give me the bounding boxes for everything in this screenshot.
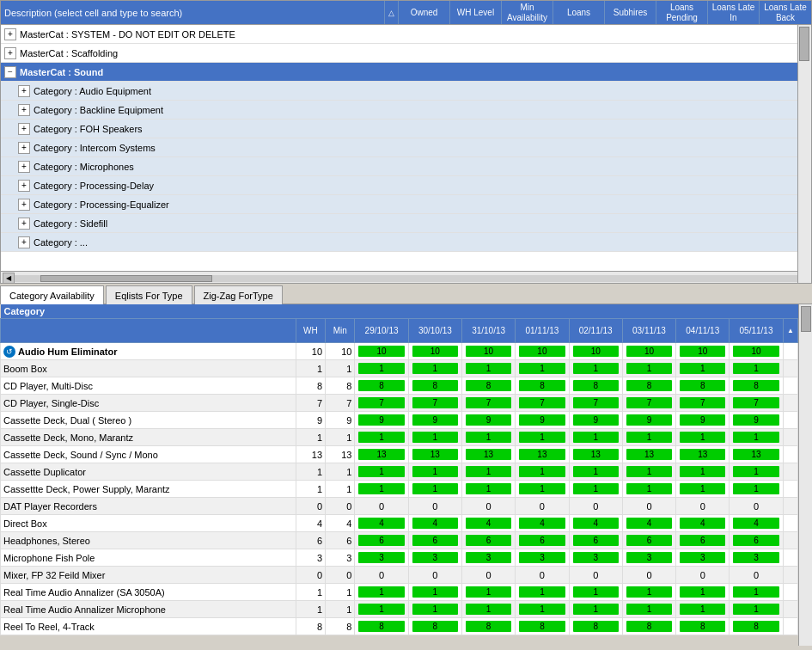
- table-row[interactable]: Mixer, FP 32 Feild Mixer0000000000: [1, 567, 798, 584]
- cell-desc: Boom Box: [1, 360, 296, 377]
- cell-wh: 10: [296, 343, 325, 360]
- table-row[interactable]: DAT Player Recorders0000000000: [1, 498, 798, 515]
- expand-btn[interactable]: +: [18, 199, 30, 211]
- scroll-track[interactable]: [15, 275, 797, 282]
- cell-min: 3: [326, 549, 355, 567]
- table-row[interactable]: CD Player, Multi-Disc8888888888: [1, 377, 798, 395]
- cell-value: 1: [733, 466, 778, 477]
- table-row[interactable]: Cassette Deck, Dual ( Stereo )9999999999: [1, 412, 798, 429]
- cell-date-5: 8: [622, 618, 675, 635]
- cell-value: 1: [412, 432, 458, 443]
- cell-date-0: 1: [355, 463, 408, 481]
- cell-date-1: 1: [408, 584, 461, 601]
- tree-row-cat-sidefill[interactable]: +Category : Sidefill: [1, 214, 811, 233]
- expand-btn[interactable]: +: [4, 47, 16, 59]
- collapse-btn[interactable]: −: [4, 66, 16, 78]
- tree-row-mastercat-system[interactable]: +MasterCat : SYSTEM - DO NOT EDIT OR DEL…: [1, 25, 811, 44]
- vertical-scrollbar[interactable]: [797, 25, 811, 283]
- cell-date-4: 8: [569, 618, 622, 635]
- cell-wh: 0: [296, 498, 325, 515]
- tree-row-cat-foh[interactable]: +Category : FOH Speakers: [1, 120, 811, 138]
- table-row[interactable]: Cassette Deck, Sound / Sync / Mono131313…: [1, 446, 798, 463]
- table-row[interactable]: CD Player, Single-Disc7777777777: [1, 395, 798, 412]
- bottom-table-scroll[interactable]: CategoryWHMin29/10/1330/10/1331/10/1301/…: [0, 304, 798, 646]
- cell-date-0: 7: [355, 395, 408, 412]
- cell-value: 0: [626, 501, 673, 512]
- tree-row-cat-more[interactable]: +Category : ...: [1, 233, 811, 252]
- cell-value: 6: [412, 535, 458, 546]
- cell-value: 9: [573, 414, 619, 426]
- table-row[interactable]: Microphone Fish Pole3333333333: [1, 549, 798, 567]
- cell-value: 1: [412, 363, 458, 374]
- cell-date-0: 6: [355, 532, 408, 549]
- scroll-thumb-vertical[interactable]: [799, 27, 809, 61]
- expand-btn[interactable]: +: [18, 104, 30, 116]
- tab-cat-avail[interactable]: Category Availability: [0, 285, 104, 304]
- cell-value: 1: [626, 432, 672, 443]
- tab-zigzag[interactable]: Zig-Zag ForType: [194, 285, 283, 304]
- cell-value: 1: [466, 466, 511, 477]
- bottom-vertical-scrollbar[interactable]: [798, 304, 812, 646]
- table-row[interactable]: Real Time Audio Annalizer (SA 3050A)1111…: [1, 584, 798, 601]
- table-row[interactable]: Cassette Duplicator1111111111: [1, 463, 798, 481]
- table-row[interactable]: Direct Box4444444444: [1, 515, 798, 532]
- cell-date-7: 1: [730, 463, 783, 481]
- cell-value: 13: [412, 449, 458, 460]
- cell-date-4: 7: [569, 395, 622, 412]
- cell-value: 6: [573, 535, 619, 546]
- table-row[interactable]: Cassettte Deck, Power Supply, Marantz111…: [1, 481, 798, 498]
- cell-date-7: 0: [730, 567, 783, 584]
- table-row[interactable]: Headphones, Stereo6666666666: [1, 532, 798, 549]
- cell-min: 1: [326, 463, 355, 481]
- expand-btn[interactable]: +: [18, 142, 30, 154]
- table-row[interactable]: Reel To Reel, 4-Track8888888888: [1, 618, 798, 635]
- table-row[interactable]: Cassette Deck, Mono, Marantz1111111111: [1, 429, 798, 446]
- loanslatein-header: Loans Late In: [708, 1, 760, 24]
- cell-spacer: [783, 584, 797, 601]
- cell-spacer: [783, 549, 797, 567]
- table-row[interactable]: Boom Box1111111111: [1, 360, 798, 377]
- expand-btn[interactable]: +: [18, 218, 30, 230]
- whlevel-header: WH Level: [450, 1, 502, 24]
- row-status-icon: ↺: [3, 346, 15, 358]
- cell-date-7: 0: [730, 498, 783, 515]
- sort-icon[interactable]: △: [385, 1, 399, 24]
- tree-row-cat-backline[interactable]: +Category : Backline Equipment: [1, 101, 811, 120]
- cell-date-4: 1: [569, 429, 622, 446]
- tree-row-mastercat-sound[interactable]: −MasterCat : Sound: [1, 63, 811, 82]
- cell-date-6: 10: [676, 343, 730, 360]
- tab-eqlists[interactable]: Eqlists For Type: [106, 285, 192, 304]
- scroll-left-arrow[interactable]: ◀: [3, 273, 15, 285]
- tree-row-cat-proc-eq[interactable]: +Category : Processing-Equalizer: [1, 195, 811, 214]
- cell-date-6: 13: [676, 446, 730, 463]
- table-row[interactable]: ↺Audio Hum Eliminator1010101010101010101…: [1, 343, 798, 360]
- col-header-date-0: 29/10/13: [355, 319, 408, 343]
- cell-date-2: 8: [461, 377, 515, 395]
- expand-btn[interactable]: +: [18, 123, 30, 135]
- cell-spacer: [783, 601, 797, 618]
- tree-row-cat-audio[interactable]: +Category : Audio Equipment: [1, 82, 811, 101]
- cell-value: 13: [466, 449, 511, 460]
- horizontal-scrollbar[interactable]: ◀ ▶: [1, 271, 811, 284]
- expand-btn[interactable]: +: [18, 85, 30, 97]
- cell-date-1: 8: [408, 377, 461, 395]
- cell-value: 8: [519, 621, 565, 632]
- tree-row-cat-intercom[interactable]: +Category : Intercom Systems: [1, 138, 811, 157]
- cell-date-6: 7: [676, 395, 730, 412]
- cell-value: 1: [466, 363, 511, 374]
- expand-btn[interactable]: +: [18, 161, 30, 173]
- table-row[interactable]: Real Time Audio Annalizer Microphone1111…: [1, 601, 798, 618]
- expand-btn[interactable]: +: [4, 28, 16, 40]
- tree-row-mastercat-scaffolding[interactable]: +MasterCat : Scaffolding: [1, 44, 811, 63]
- loanspending-header: Loans Pending: [656, 1, 708, 24]
- cell-date-4: 4: [569, 515, 622, 532]
- bottom-scroll-thumb[interactable]: [801, 306, 811, 332]
- tree-row-cat-microphones[interactable]: +Category : Microphones: [1, 157, 811, 176]
- scroll-thumb[interactable]: [40, 275, 212, 282]
- cell-value: 1: [573, 483, 619, 494]
- expand-btn[interactable]: +: [18, 236, 30, 248]
- cell-value: 1: [626, 363, 672, 374]
- expand-btn[interactable]: +: [18, 180, 30, 192]
- cell-date-4: 10: [569, 343, 622, 360]
- tree-row-cat-proc-delay[interactable]: +Category : Processing-Delay: [1, 176, 811, 195]
